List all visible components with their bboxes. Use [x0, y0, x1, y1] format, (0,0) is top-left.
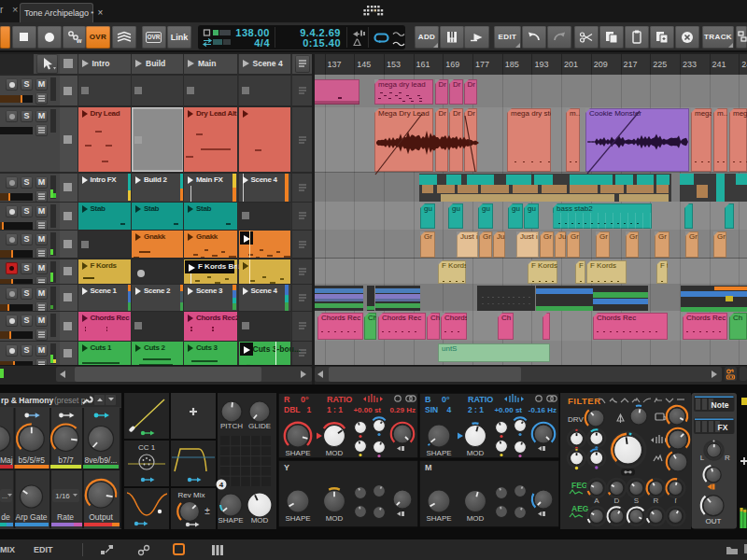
svg-text:FEG: FEG	[571, 481, 588, 490]
svg-text:Maj: Maj	[0, 455, 13, 465]
svg-text:Y: Y	[284, 463, 289, 472]
svg-text:DBL 1: DBL 1	[284, 405, 312, 414]
svg-text:Arp Gate: Arp Gate	[15, 512, 47, 522]
svg-text:SHAPE: SHAPE	[285, 449, 310, 457]
svg-text:2 : 1: 2 : 1	[468, 405, 484, 414]
svg-text:FX: FX	[718, 423, 728, 432]
svg-text:+0.00 st: +0.00 st	[353, 406, 381, 414]
svg-text:Rev Mix: Rev Mix	[178, 491, 205, 499]
svg-text:PITCH: PITCH	[220, 422, 243, 430]
svg-text:SHAPE: SHAPE	[285, 514, 310, 523]
svg-text:S: S	[634, 497, 639, 505]
svg-text:B: B	[425, 395, 431, 404]
svg-text:RATIO: RATIO	[327, 395, 352, 404]
svg-text:w: w	[76, 37, 82, 44]
svg-text:8ve/b9/...: 8ve/b9/...	[85, 455, 118, 465]
svg-text:R: R	[284, 395, 290, 404]
svg-text:MOD: MOD	[467, 514, 485, 523]
svg-text:0°: 0°	[442, 395, 450, 404]
svg-text:1/16: 1/16	[55, 492, 70, 500]
svg-text:MOD: MOD	[326, 449, 344, 457]
svg-text:RATIO: RATIO	[468, 395, 493, 404]
svg-text:Note: Note	[712, 400, 729, 410]
svg-text:SHAPE: SHAPE	[218, 516, 243, 525]
svg-text:R: R	[725, 454, 730, 462]
svg-text:+0.00 st: +0.00 st	[494, 406, 522, 414]
svg-text:±: ±	[204, 506, 210, 516]
svg-text:CC 1: CC 1	[138, 443, 156, 452]
svg-text:M: M	[425, 463, 432, 472]
svg-text:DRV: DRV	[568, 415, 584, 424]
svg-text:1 : 1: 1 : 1	[327, 405, 343, 414]
svg-text:FILTER: FILTER	[568, 396, 601, 406]
svg-text:b7/7: b7/7	[58, 455, 74, 465]
svg-text:SHAPE: SHAPE	[426, 514, 451, 523]
svg-text:Output: Output	[89, 512, 113, 522]
svg-text:GLIDE: GLIDE	[248, 422, 271, 430]
svg-text:SIN 4: SIN 4	[425, 405, 452, 414]
svg-text:-0.16 Hz: -0.16 Hz	[529, 406, 557, 414]
svg-text:MOD: MOD	[467, 449, 485, 457]
svg-text:MOD: MOD	[326, 514, 344, 523]
svg-text:de: de	[1, 512, 10, 522]
svg-text:4: 4	[219, 481, 224, 489]
svg-text:0.29 Hz: 0.29 Hz	[389, 406, 416, 414]
svg-text:MOD: MOD	[251, 516, 269, 525]
svg-text:R: R	[654, 497, 659, 505]
svg-text:0°: 0°	[301, 395, 309, 404]
svg-text:OUT: OUT	[706, 517, 722, 525]
svg-text:b5/5/#5: b5/5/#5	[19, 455, 46, 465]
svg-text:A: A	[594, 497, 599, 505]
svg-text:L: L	[700, 454, 705, 462]
svg-text:...: ...	[2, 493, 7, 499]
svg-text:AEG: AEG	[571, 504, 589, 513]
svg-text:Rate: Rate	[57, 512, 74, 522]
svg-text:SHAPE: SHAPE	[426, 449, 451, 457]
svg-text:rp & Harmony: rp & Harmony	[1, 396, 53, 405]
svg-text:D: D	[614, 497, 620, 505]
